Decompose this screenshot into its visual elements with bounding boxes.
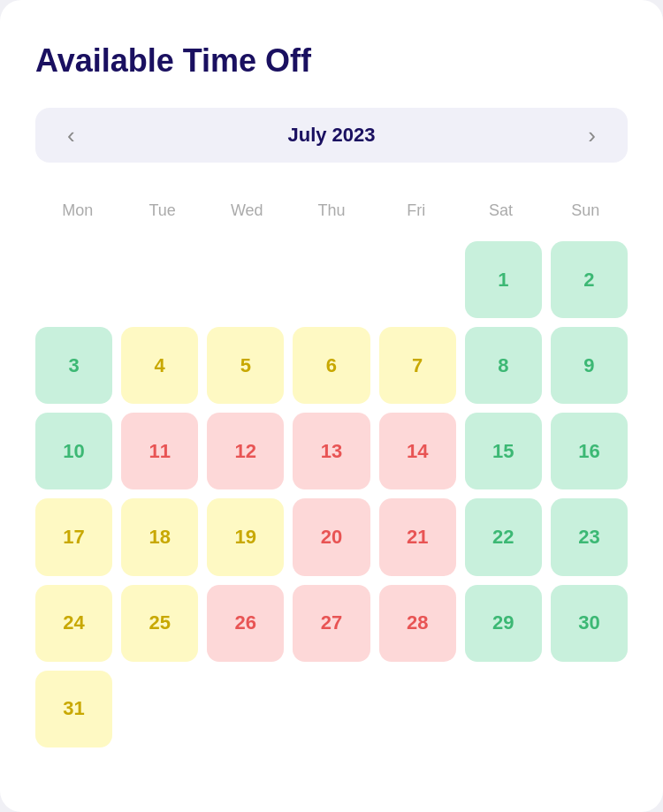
calendar-day[interactable]: 10 <box>35 413 112 489</box>
calendar-empty <box>551 671 628 747</box>
calendar-day[interactable]: 1 <box>465 241 542 318</box>
calendar-day[interactable]: 18 <box>121 498 198 575</box>
calendar-empty <box>35 241 112 318</box>
current-month-label: July 2023 <box>287 124 375 147</box>
day-header: Tue <box>120 194 205 227</box>
calendar-empty <box>465 671 542 747</box>
calendar-day[interactable]: 4 <box>121 327 198 404</box>
calendar-day[interactable]: 19 <box>207 498 284 575</box>
calendar-day[interactable]: 29 <box>465 585 542 662</box>
calendar-empty <box>293 671 370 747</box>
calendar-day[interactable]: 16 <box>551 413 628 489</box>
next-month-button[interactable]: › <box>581 124 603 147</box>
calendar-day[interactable]: 22 <box>465 498 542 575</box>
calendar-day[interactable]: 6 <box>293 327 370 404</box>
calendar-empty <box>293 241 370 318</box>
day-header: Thu <box>289 194 374 227</box>
calendar-day[interactable]: 24 <box>35 585 112 662</box>
day-header: Sun <box>543 194 628 227</box>
calendar-day[interactable]: 8 <box>465 327 542 404</box>
prev-month-button[interactable]: ‹ <box>60 124 82 147</box>
day-header: Sat <box>459 194 544 227</box>
calendar: MonTueWedThuFriSatSun 123456789101112131… <box>35 194 628 747</box>
calendar-empty <box>379 241 456 318</box>
calendar-day[interactable]: 15 <box>465 413 542 489</box>
calendar-day[interactable]: 3 <box>35 327 112 404</box>
day-header: Wed <box>204 194 289 227</box>
calendar-day[interactable]: 28 <box>379 585 456 662</box>
calendar-day[interactable]: 2 <box>551 241 628 318</box>
calendar-day[interactable]: 25 <box>121 585 198 662</box>
calendar-day[interactable]: 20 <box>293 498 370 575</box>
calendar-empty <box>207 241 284 318</box>
calendar-day[interactable]: 7 <box>379 327 456 404</box>
calendar-empty <box>379 671 456 747</box>
calendar-day[interactable]: 23 <box>551 498 628 575</box>
calendar-day[interactable]: 5 <box>207 327 284 404</box>
day-header: Mon <box>35 194 120 227</box>
month-navigator: ‹ July 2023 › <box>35 108 628 163</box>
calendar-empty <box>207 671 284 747</box>
calendar-day[interactable]: 13 <box>293 413 370 489</box>
calendar-day[interactable]: 9 <box>551 327 628 404</box>
day-headers-row: MonTueWedThuFriSatSun <box>35 194 628 227</box>
calendar-empty <box>121 241 198 318</box>
page-title: Available Time Off <box>35 42 628 80</box>
days-grid: 1234567891011121314151617181920212223242… <box>35 241 628 747</box>
calendar-day[interactable]: 12 <box>207 413 284 489</box>
calendar-day[interactable]: 27 <box>293 585 370 662</box>
calendar-card: Available Time Off ‹ July 2023 › MonTueW… <box>0 0 663 812</box>
calendar-day[interactable]: 14 <box>379 413 456 489</box>
calendar-day[interactable]: 30 <box>551 585 628 662</box>
calendar-day[interactable]: 21 <box>379 498 456 575</box>
calendar-empty <box>121 671 198 747</box>
calendar-day[interactable]: 17 <box>35 498 112 575</box>
calendar-day[interactable]: 26 <box>207 585 284 662</box>
calendar-day[interactable]: 11 <box>121 413 198 489</box>
day-header: Fri <box>374 194 459 227</box>
calendar-day[interactable]: 31 <box>35 671 112 747</box>
